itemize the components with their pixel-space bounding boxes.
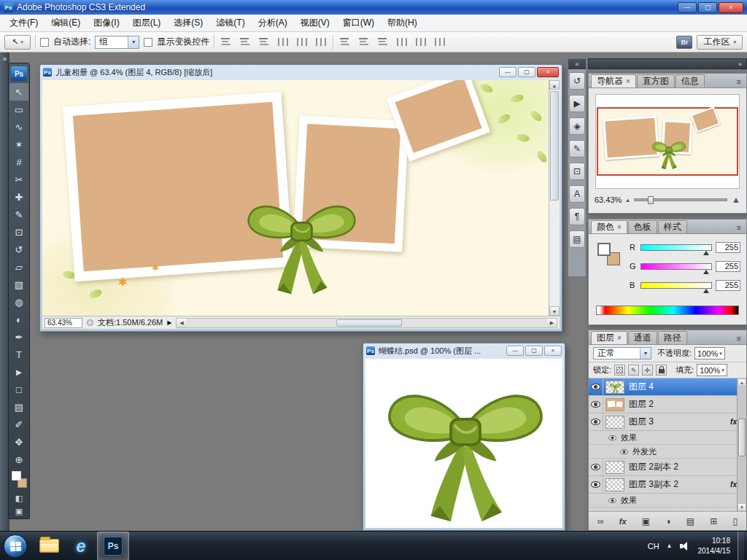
align-hcenter-button[interactable] bbox=[295, 35, 309, 50]
doc-close-button[interactable]: × bbox=[537, 67, 559, 77]
align-right-button[interactable] bbox=[314, 35, 328, 50]
green-slider[interactable] bbox=[640, 263, 712, 270]
distribute-top-button[interactable] bbox=[338, 35, 352, 50]
history-brush-tool[interactable]: ↺ bbox=[9, 241, 28, 258]
slider-thumb[interactable] bbox=[703, 251, 709, 255]
rectangular-marquee-tool[interactable]: ▭ bbox=[9, 101, 28, 118]
layer-thumbnail[interactable] bbox=[605, 461, 624, 474]
go-to-bridge-button[interactable]: Br bbox=[676, 36, 692, 49]
type-tool[interactable]: T bbox=[9, 346, 28, 363]
panel-dock-header[interactable]: » bbox=[588, 58, 747, 69]
navigator-preview[interactable] bbox=[595, 94, 740, 189]
eyedropper-tool[interactable]: ✐ bbox=[9, 416, 28, 433]
actions-panel-icon[interactable]: ▶ bbox=[569, 95, 585, 112]
eye-icon[interactable] bbox=[608, 497, 616, 502]
foreground-color-swatch[interactable] bbox=[597, 243, 611, 256]
distribute-left-button[interactable] bbox=[395, 35, 409, 50]
green-value-field[interactable]: 255 bbox=[716, 261, 740, 272]
layer-row-layer2[interactable]: 图层 2 bbox=[589, 396, 746, 413]
align-top-button[interactable] bbox=[219, 35, 233, 50]
tray-clock[interactable]: 10:18 2014/4/15 bbox=[698, 536, 731, 556]
vertical-scrollbar[interactable]: ▲ ▼ bbox=[549, 80, 560, 316]
visibility-toggle[interactable] bbox=[589, 476, 603, 493]
tab-info[interactable]: 信息 bbox=[676, 74, 705, 88]
lock-transparency-button[interactable] bbox=[614, 365, 625, 376]
tab-color[interactable]: 颜色 × bbox=[591, 220, 627, 233]
layers-scrollbar[interactable]: ▲ ▼ bbox=[737, 378, 746, 511]
workspace-button[interactable]: 工作区 ▾ bbox=[697, 35, 743, 50]
green-bow-graphic[interactable] bbox=[374, 360, 557, 528]
menu-image[interactable]: 图像(I) bbox=[87, 15, 125, 31]
opacity-field[interactable]: 100% ▾ bbox=[694, 347, 725, 359]
menu-edit[interactable]: 编辑(E) bbox=[44, 15, 87, 31]
tab-channels[interactable]: 通道 bbox=[628, 331, 657, 344]
tab-close-icon[interactable]: × bbox=[626, 77, 630, 85]
menu-select[interactable]: 选择(S) bbox=[167, 15, 209, 31]
auto-select-dropdown[interactable]: 组 ▾ bbox=[95, 36, 139, 49]
path-selection-tool[interactable]: ► bbox=[9, 363, 28, 381]
layer-row-layer2-copy2[interactable]: 图层 2副本 2 bbox=[589, 459, 746, 476]
distribute-right-button[interactable] bbox=[433, 35, 447, 50]
layer-name[interactable]: 图层 2 bbox=[629, 398, 654, 411]
menu-layer[interactable]: 图层(L) bbox=[126, 15, 168, 31]
screen-mode-button[interactable]: ▣ bbox=[9, 505, 28, 518]
effects-row[interactable]: 效果 bbox=[589, 494, 746, 508]
distribute-bottom-button[interactable] bbox=[376, 35, 390, 50]
align-vcenter-button[interactable] bbox=[238, 35, 252, 50]
scroll-right-arrow[interactable]: ▶ bbox=[547, 319, 557, 327]
new-layer-button[interactable]: ⊞ bbox=[710, 516, 717, 526]
quick-selection-tool[interactable]: ✶ bbox=[9, 136, 28, 153]
taskbar-photoshop-button[interactable]: Ps bbox=[97, 532, 129, 560]
layer-thumbnail[interactable] bbox=[605, 478, 624, 491]
clone-stamp-tool[interactable]: ⊡ bbox=[9, 223, 28, 241]
fill-field[interactable]: 100% ▾ bbox=[697, 364, 727, 376]
album-canvas[interactable]: ✱ ✱ bbox=[42, 80, 549, 316]
distribute-hcenter-button[interactable] bbox=[414, 35, 428, 50]
slider-thumb[interactable] bbox=[703, 289, 709, 293]
brush-tool[interactable]: ✎ bbox=[9, 206, 28, 223]
layer-row-layer3[interactable]: 图层 3 fx ▴ bbox=[589, 413, 746, 431]
current-tool-button[interactable]: ↖ ▾ bbox=[4, 35, 31, 50]
tab-styles[interactable]: 样式 bbox=[658, 220, 687, 233]
navigator-view-rect[interactable] bbox=[597, 107, 738, 176]
document-titlebar[interactable]: Ps 蝴蝶结.psd @ 100% (图层 ... — ▢ × bbox=[363, 343, 565, 358]
tab-close-icon[interactable]: × bbox=[617, 334, 622, 342]
layer-style-button[interactable]: fx bbox=[619, 516, 627, 526]
scrollbar-thumb[interactable] bbox=[550, 91, 559, 201]
pen-tool[interactable]: ✒ bbox=[9, 328, 28, 346]
adjustment-layer-button[interactable]: ◑ bbox=[665, 516, 670, 526]
blue-value-field[interactable]: 255 bbox=[716, 280, 740, 291]
menu-window[interactable]: 窗口(W) bbox=[336, 15, 381, 31]
shape-tool[interactable]: □ bbox=[9, 381, 28, 398]
paragraph-panel-icon[interactable]: ¶ bbox=[569, 208, 585, 225]
app-titlebar[interactable]: Ps Adobe Photoshop CS3 Extended — ▢ × bbox=[0, 0, 747, 15]
red-slider[interactable] bbox=[640, 244, 712, 251]
clone-source-panel-icon[interactable]: ⊡ bbox=[569, 163, 585, 180]
lock-position-button[interactable]: ✛ bbox=[642, 365, 653, 376]
menu-file[interactable]: 文件(F) bbox=[3, 15, 44, 31]
panel-menu-icon[interactable]: ≡ bbox=[735, 334, 743, 344]
panel-menu-icon[interactable]: ≡ bbox=[735, 77, 743, 88]
color-spectrum-ramp[interactable] bbox=[596, 306, 739, 315]
eye-icon[interactable] bbox=[620, 448, 627, 454]
dodge-tool[interactable]: ◐ bbox=[9, 311, 28, 328]
lock-all-button[interactable] bbox=[656, 365, 667, 376]
language-indicator[interactable]: CH bbox=[648, 542, 659, 551]
close-button[interactable]: × bbox=[719, 2, 743, 13]
zoom-level-field[interactable]: 63.43% bbox=[44, 318, 82, 328]
align-left-button[interactable] bbox=[276, 35, 290, 50]
menu-view[interactable]: 视图(V) bbox=[294, 15, 336, 31]
gradient-tool[interactable]: ▧ bbox=[9, 276, 28, 293]
visibility-toggle[interactable] bbox=[589, 459, 603, 475]
tab-paths[interactable]: 路径 bbox=[658, 331, 687, 344]
tray-expand-icon[interactable]: ▲ bbox=[667, 542, 673, 549]
add-layer-mask-button[interactable]: ▣ bbox=[642, 516, 650, 526]
slider-thumb[interactable] bbox=[703, 270, 709, 274]
visibility-toggle[interactable] bbox=[589, 413, 603, 430]
expand-dock-button[interactable]: « bbox=[568, 59, 586, 69]
layer-comps-panel-icon[interactable]: ▤ bbox=[569, 230, 585, 248]
effects-row[interactable]: 效果 bbox=[589, 431, 746, 445]
panel-menu-icon[interactable]: ≡ bbox=[735, 223, 743, 233]
tab-navigator[interactable]: 导航器 × bbox=[591, 74, 636, 88]
doc-minimize-button[interactable]: — bbox=[499, 67, 516, 77]
